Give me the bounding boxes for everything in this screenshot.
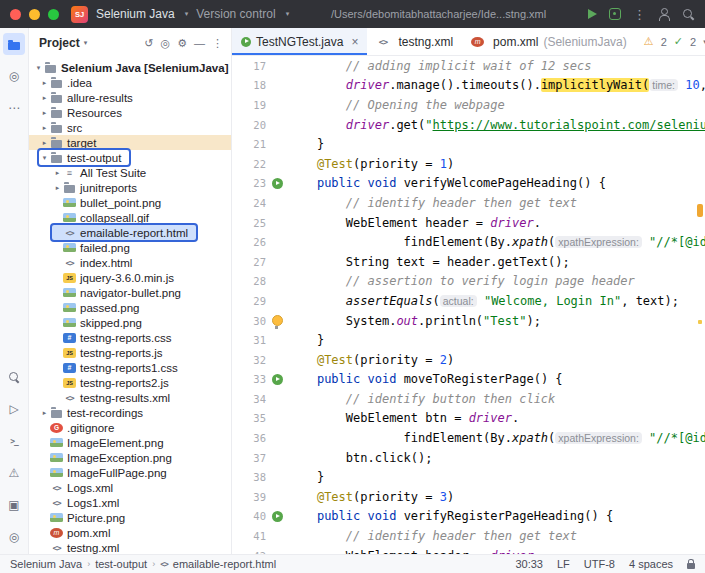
tree-item-testng-reports-js[interactable]: JStestng-reports.js bbox=[29, 345, 231, 360]
code-line-41[interactable]: 41 // identify header then get text bbox=[232, 526, 705, 546]
hide-panel-icon[interactable]: — bbox=[194, 38, 205, 49]
line-number[interactable]: 35 bbox=[232, 412, 268, 424]
file-encoding[interactable]: UTF-8 bbox=[584, 558, 615, 570]
tree-item-failed-png[interactable]: failed.png bbox=[29, 240, 231, 255]
tree-item-passed-png[interactable]: passed.png bbox=[29, 300, 231, 315]
code-line-24[interactable]: 24 // identify header then get text bbox=[232, 193, 705, 213]
search-everywhere-icon[interactable] bbox=[3, 366, 25, 388]
services-icon[interactable]: ▣ bbox=[3, 494, 25, 516]
code-line-39[interactable]: 39 @Test(priority = 3) bbox=[232, 487, 705, 507]
line-number[interactable]: 24 bbox=[232, 197, 268, 209]
close-window-button[interactable] bbox=[10, 9, 21, 20]
run-with-coverage-icon[interactable] bbox=[609, 8, 621, 20]
code-editor[interactable]: 17 // adding implicit wait of 12 secs18 … bbox=[232, 56, 705, 554]
line-number[interactable]: 27 bbox=[232, 256, 268, 268]
line-number[interactable]: 22 bbox=[232, 158, 268, 170]
line-number[interactable]: 42 bbox=[232, 550, 268, 554]
tree-item-testng-results-xml[interactable]: <>testng-results.xml bbox=[29, 390, 231, 405]
tree-item-navigator-bullet-png[interactable]: navigator-bullet.png bbox=[29, 285, 231, 300]
tree-item-target[interactable]: ▸target bbox=[29, 135, 231, 150]
chevron-right-icon[interactable]: ▸ bbox=[39, 109, 50, 117]
run-button[interactable] bbox=[588, 9, 597, 19]
tab-testng-xml[interactable]: <>testng.xml bbox=[367, 28, 462, 55]
tree-item-emailable-report-html[interactable]: <>emailable-report.html bbox=[29, 225, 231, 240]
more-actions-icon[interactable]: ⋮ bbox=[633, 8, 646, 21]
chevron-right-icon[interactable]: ▸ bbox=[39, 139, 50, 147]
code-line-26[interactable]: 26 findElement(By.xpath(xpathExpression:… bbox=[232, 232, 705, 252]
run-test-icon[interactable] bbox=[268, 178, 286, 189]
line-number[interactable]: 23 bbox=[232, 177, 268, 189]
more-options-icon[interactable]: ⋮ bbox=[212, 38, 223, 49]
tree-item-bullet-point-png[interactable]: bullet_point.png bbox=[29, 195, 231, 210]
notifications-icon[interactable]: ◎ bbox=[3, 526, 25, 548]
line-number[interactable]: 33 bbox=[232, 373, 268, 385]
tree-item-jquery-3-6-0-min-js[interactable]: JSjquery-3.6.0.min.js bbox=[29, 270, 231, 285]
editor-scrollbar[interactable] bbox=[695, 56, 705, 554]
line-number[interactable]: 39 bbox=[232, 491, 268, 503]
zoom-window-button[interactable] bbox=[48, 9, 59, 20]
line-number[interactable]: 19 bbox=[232, 99, 268, 111]
terminal-icon[interactable]: >_ bbox=[3, 430, 25, 452]
chevron-right-icon[interactable]: ▸ bbox=[39, 409, 50, 417]
caret-position[interactable]: 30:33 bbox=[515, 558, 543, 570]
tree-item-index-html[interactable]: <>index.html bbox=[29, 255, 231, 270]
code-line-19[interactable]: 19 // Opening the webpage bbox=[232, 95, 705, 115]
line-number[interactable]: 32 bbox=[232, 354, 268, 366]
line-number[interactable]: 36 bbox=[232, 432, 268, 444]
lock-icon[interactable] bbox=[687, 563, 695, 569]
code-line-37[interactable]: 37 btn.click(); bbox=[232, 448, 705, 468]
chevron-right-icon[interactable]: ▸ bbox=[39, 94, 50, 102]
indent-setting[interactable]: 4 spaces bbox=[629, 558, 673, 570]
project-icon[interactable] bbox=[3, 33, 25, 55]
settings-gear-icon[interactable]: ⚙ bbox=[177, 38, 187, 49]
code-line-35[interactable]: 35 WebElement btn = driver. bbox=[232, 409, 705, 429]
tree-item-testng-reports2-js[interactable]: JStestng-reports2.js bbox=[29, 375, 231, 390]
sync-icon[interactable]: ↺ bbox=[144, 38, 153, 49]
tree-item-src[interactable]: ▸src bbox=[29, 120, 231, 135]
line-number[interactable]: 31 bbox=[232, 334, 268, 346]
breadcrumb-item[interactable]: test-output bbox=[95, 558, 147, 570]
code-line-32[interactable]: 32 @Test(priority = 2) bbox=[232, 350, 705, 370]
tree-item-imageelement-png[interactable]: ImageElement.png bbox=[29, 435, 231, 450]
intention-bulb-icon[interactable] bbox=[268, 315, 286, 326]
line-number[interactable]: 29 bbox=[232, 295, 268, 307]
tree-item-testng-xml[interactable]: <>testng.xml bbox=[29, 540, 231, 554]
tree-item-skipped-png[interactable]: skipped.png bbox=[29, 315, 231, 330]
code-line-28[interactable]: 28 // assertion to verify login page hea… bbox=[232, 272, 705, 292]
tree-item-imageexception-png[interactable]: ImageException.png bbox=[29, 450, 231, 465]
tree-item-test-recordings[interactable]: ▸test-recordings bbox=[29, 405, 231, 420]
line-number[interactable]: 41 bbox=[232, 530, 268, 542]
tree-item-testng-reports1-css[interactable]: #testng-reports1.css bbox=[29, 360, 231, 375]
run-test-icon[interactable] bbox=[268, 511, 286, 522]
breadcrumb-item[interactable]: emailable-report.html bbox=[173, 558, 276, 570]
line-separator[interactable]: LF bbox=[557, 558, 570, 570]
commit-icon[interactable]: ◎ bbox=[3, 65, 25, 87]
code-line-30[interactable]: 30 System.out.println("Test"); bbox=[232, 311, 705, 331]
tree-item-allure-results[interactable]: ▸allure-results bbox=[29, 90, 231, 105]
code-line-17[interactable]: 17 // adding implicit wait of 12 secs bbox=[232, 56, 705, 76]
user-icon[interactable] bbox=[658, 8, 670, 21]
tree-item-logs-xml[interactable]: <>Logs.xml bbox=[29, 480, 231, 495]
chevron-down-icon[interactable]: ▾ bbox=[33, 64, 44, 72]
code-line-23[interactable]: 23 public void verifyWelcomePageHeading(… bbox=[232, 174, 705, 194]
code-line-38[interactable]: 38 } bbox=[232, 467, 705, 487]
tree-item-testng-reports-css[interactable]: #testng-reports.css bbox=[29, 330, 231, 345]
line-number[interactable]: 30 bbox=[232, 315, 268, 327]
tree-item-selenium-java-seleniumjava-[interactable]: ▾Selenium Java [SeleniumJava]~/IdeaProje… bbox=[29, 60, 231, 75]
code-line-36[interactable]: 36 findElement(By.xpath(xpathExpression:… bbox=[232, 428, 705, 448]
minimize-window-button[interactable] bbox=[29, 9, 40, 20]
code-line-34[interactable]: 34 // identify button then click bbox=[232, 389, 705, 409]
tree-item-imagefullpage-png[interactable]: ImageFullPage.png bbox=[29, 465, 231, 480]
code-line-40[interactable]: 40 public void verifyRegisterPageHeading… bbox=[232, 507, 705, 527]
line-number[interactable]: 18 bbox=[232, 79, 268, 91]
line-number[interactable]: 34 bbox=[232, 393, 268, 405]
code-line-21[interactable]: 21 } bbox=[232, 134, 705, 154]
panel-title[interactable]: Project bbox=[39, 36, 80, 50]
tab-testngtest-java[interactable]: TestNGTest.java× bbox=[232, 28, 367, 55]
line-number[interactable]: 25 bbox=[232, 217, 268, 229]
chevron-right-icon[interactable]: ▸ bbox=[52, 169, 63, 177]
code-line-33[interactable]: 33 public void moveToRegisterPage() { bbox=[232, 370, 705, 390]
code-line-42[interactable]: 42 WebElement header = driver. bbox=[232, 546, 705, 554]
tree-item-pom-xml[interactable]: mpom.xml bbox=[29, 525, 231, 540]
line-number[interactable]: 26 bbox=[232, 236, 268, 248]
